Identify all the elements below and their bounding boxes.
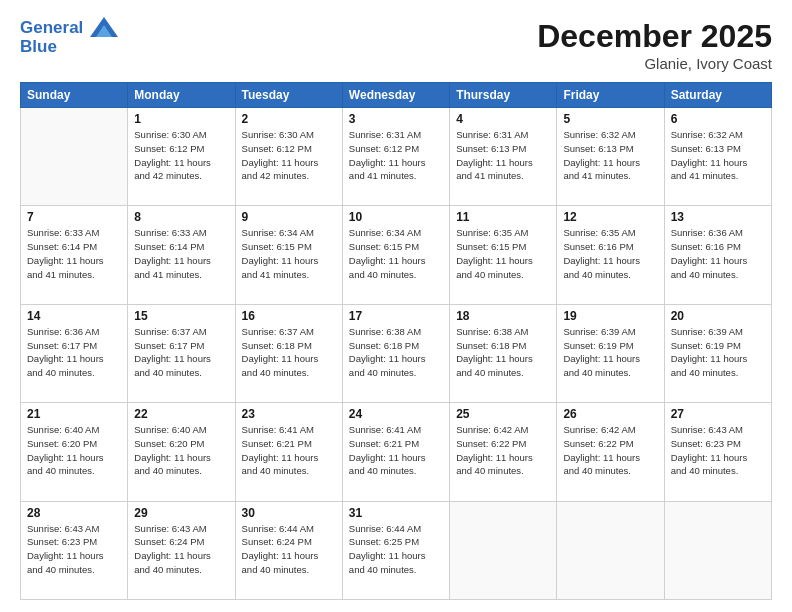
- logo-general: General: [20, 18, 83, 37]
- day-number: 8: [134, 210, 228, 224]
- col-friday: Friday: [557, 83, 664, 108]
- calendar-week-row: 14Sunrise: 6:36 AM Sunset: 6:17 PM Dayli…: [21, 304, 772, 402]
- col-monday: Monday: [128, 83, 235, 108]
- month-title: December 2025: [537, 18, 772, 55]
- table-row: 31Sunrise: 6:44 AM Sunset: 6:25 PM Dayli…: [342, 501, 449, 599]
- table-row: 7Sunrise: 6:33 AM Sunset: 6:14 PM Daylig…: [21, 206, 128, 304]
- day-number: 28: [27, 506, 121, 520]
- col-wednesday: Wednesday: [342, 83, 449, 108]
- table-row: [557, 501, 664, 599]
- calendar-table: Sunday Monday Tuesday Wednesday Thursday…: [20, 82, 772, 600]
- table-row: [450, 501, 557, 599]
- col-thursday: Thursday: [450, 83, 557, 108]
- day-number: 26: [563, 407, 657, 421]
- day-number: 3: [349, 112, 443, 126]
- day-info: Sunrise: 6:43 AM Sunset: 6:23 PM Dayligh…: [27, 522, 121, 577]
- calendar-week-row: 7Sunrise: 6:33 AM Sunset: 6:14 PM Daylig…: [21, 206, 772, 304]
- day-info: Sunrise: 6:37 AM Sunset: 6:18 PM Dayligh…: [242, 325, 336, 380]
- day-number: 29: [134, 506, 228, 520]
- day-number: 4: [456, 112, 550, 126]
- day-number: 25: [456, 407, 550, 421]
- col-sunday: Sunday: [21, 83, 128, 108]
- day-info: Sunrise: 6:44 AM Sunset: 6:25 PM Dayligh…: [349, 522, 443, 577]
- day-info: Sunrise: 6:39 AM Sunset: 6:19 PM Dayligh…: [563, 325, 657, 380]
- day-info: Sunrise: 6:36 AM Sunset: 6:17 PM Dayligh…: [27, 325, 121, 380]
- table-row: 12Sunrise: 6:35 AM Sunset: 6:16 PM Dayli…: [557, 206, 664, 304]
- day-info: Sunrise: 6:33 AM Sunset: 6:14 PM Dayligh…: [134, 226, 228, 281]
- day-number: 10: [349, 210, 443, 224]
- table-row: 8Sunrise: 6:33 AM Sunset: 6:14 PM Daylig…: [128, 206, 235, 304]
- logo-text: General: [20, 18, 118, 39]
- table-row: 1Sunrise: 6:30 AM Sunset: 6:12 PM Daylig…: [128, 108, 235, 206]
- calendar-week-row: 1Sunrise: 6:30 AM Sunset: 6:12 PM Daylig…: [21, 108, 772, 206]
- page: General Blue December 2025 Glanie, Ivory…: [0, 0, 792, 612]
- calendar-week-row: 28Sunrise: 6:43 AM Sunset: 6:23 PM Dayli…: [21, 501, 772, 599]
- day-info: Sunrise: 6:39 AM Sunset: 6:19 PM Dayligh…: [671, 325, 765, 380]
- day-info: Sunrise: 6:34 AM Sunset: 6:15 PM Dayligh…: [242, 226, 336, 281]
- table-row: 3Sunrise: 6:31 AM Sunset: 6:12 PM Daylig…: [342, 108, 449, 206]
- day-number: 23: [242, 407, 336, 421]
- table-row: 30Sunrise: 6:44 AM Sunset: 6:24 PM Dayli…: [235, 501, 342, 599]
- day-number: 1: [134, 112, 228, 126]
- day-number: 31: [349, 506, 443, 520]
- day-info: Sunrise: 6:31 AM Sunset: 6:12 PM Dayligh…: [349, 128, 443, 183]
- day-number: 13: [671, 210, 765, 224]
- day-number: 14: [27, 309, 121, 323]
- day-number: 11: [456, 210, 550, 224]
- day-info: Sunrise: 6:43 AM Sunset: 6:24 PM Dayligh…: [134, 522, 228, 577]
- day-number: 2: [242, 112, 336, 126]
- location: Glanie, Ivory Coast: [537, 55, 772, 72]
- logo-blue: Blue: [20, 37, 118, 57]
- table-row: 24Sunrise: 6:41 AM Sunset: 6:21 PM Dayli…: [342, 403, 449, 501]
- table-row: [664, 501, 771, 599]
- table-row: 2Sunrise: 6:30 AM Sunset: 6:12 PM Daylig…: [235, 108, 342, 206]
- table-row: 5Sunrise: 6:32 AM Sunset: 6:13 PM Daylig…: [557, 108, 664, 206]
- day-info: Sunrise: 6:30 AM Sunset: 6:12 PM Dayligh…: [242, 128, 336, 183]
- calendar-week-row: 21Sunrise: 6:40 AM Sunset: 6:20 PM Dayli…: [21, 403, 772, 501]
- table-row: 17Sunrise: 6:38 AM Sunset: 6:18 PM Dayli…: [342, 304, 449, 402]
- table-row: 9Sunrise: 6:34 AM Sunset: 6:15 PM Daylig…: [235, 206, 342, 304]
- table-row: 19Sunrise: 6:39 AM Sunset: 6:19 PM Dayli…: [557, 304, 664, 402]
- day-number: 30: [242, 506, 336, 520]
- table-row: 22Sunrise: 6:40 AM Sunset: 6:20 PM Dayli…: [128, 403, 235, 501]
- day-info: Sunrise: 6:40 AM Sunset: 6:20 PM Dayligh…: [134, 423, 228, 478]
- day-number: 21: [27, 407, 121, 421]
- day-info: Sunrise: 6:38 AM Sunset: 6:18 PM Dayligh…: [349, 325, 443, 380]
- table-row: 26Sunrise: 6:42 AM Sunset: 6:22 PM Dayli…: [557, 403, 664, 501]
- day-number: 20: [671, 309, 765, 323]
- table-row: 18Sunrise: 6:38 AM Sunset: 6:18 PM Dayli…: [450, 304, 557, 402]
- header: General Blue December 2025 Glanie, Ivory…: [20, 18, 772, 72]
- day-info: Sunrise: 6:31 AM Sunset: 6:13 PM Dayligh…: [456, 128, 550, 183]
- table-row: 28Sunrise: 6:43 AM Sunset: 6:23 PM Dayli…: [21, 501, 128, 599]
- day-number: 6: [671, 112, 765, 126]
- logo: General Blue: [20, 18, 118, 56]
- day-info: Sunrise: 6:36 AM Sunset: 6:16 PM Dayligh…: [671, 226, 765, 281]
- logo-icon: [90, 15, 118, 39]
- day-number: 19: [563, 309, 657, 323]
- day-info: Sunrise: 6:37 AM Sunset: 6:17 PM Dayligh…: [134, 325, 228, 380]
- day-info: Sunrise: 6:40 AM Sunset: 6:20 PM Dayligh…: [27, 423, 121, 478]
- day-number: 15: [134, 309, 228, 323]
- day-number: 5: [563, 112, 657, 126]
- table-row: [21, 108, 128, 206]
- table-row: 15Sunrise: 6:37 AM Sunset: 6:17 PM Dayli…: [128, 304, 235, 402]
- day-info: Sunrise: 6:43 AM Sunset: 6:23 PM Dayligh…: [671, 423, 765, 478]
- day-info: Sunrise: 6:32 AM Sunset: 6:13 PM Dayligh…: [671, 128, 765, 183]
- day-number: 27: [671, 407, 765, 421]
- day-info: Sunrise: 6:42 AM Sunset: 6:22 PM Dayligh…: [563, 423, 657, 478]
- table-row: 11Sunrise: 6:35 AM Sunset: 6:15 PM Dayli…: [450, 206, 557, 304]
- table-row: 4Sunrise: 6:31 AM Sunset: 6:13 PM Daylig…: [450, 108, 557, 206]
- day-number: 18: [456, 309, 550, 323]
- day-info: Sunrise: 6:42 AM Sunset: 6:22 PM Dayligh…: [456, 423, 550, 478]
- day-number: 24: [349, 407, 443, 421]
- day-info: Sunrise: 6:33 AM Sunset: 6:14 PM Dayligh…: [27, 226, 121, 281]
- day-number: 16: [242, 309, 336, 323]
- day-number: 7: [27, 210, 121, 224]
- day-number: 22: [134, 407, 228, 421]
- day-info: Sunrise: 6:38 AM Sunset: 6:18 PM Dayligh…: [456, 325, 550, 380]
- day-info: Sunrise: 6:35 AM Sunset: 6:15 PM Dayligh…: [456, 226, 550, 281]
- day-number: 12: [563, 210, 657, 224]
- day-info: Sunrise: 6:32 AM Sunset: 6:13 PM Dayligh…: [563, 128, 657, 183]
- day-info: Sunrise: 6:34 AM Sunset: 6:15 PM Dayligh…: [349, 226, 443, 281]
- title-area: December 2025 Glanie, Ivory Coast: [537, 18, 772, 72]
